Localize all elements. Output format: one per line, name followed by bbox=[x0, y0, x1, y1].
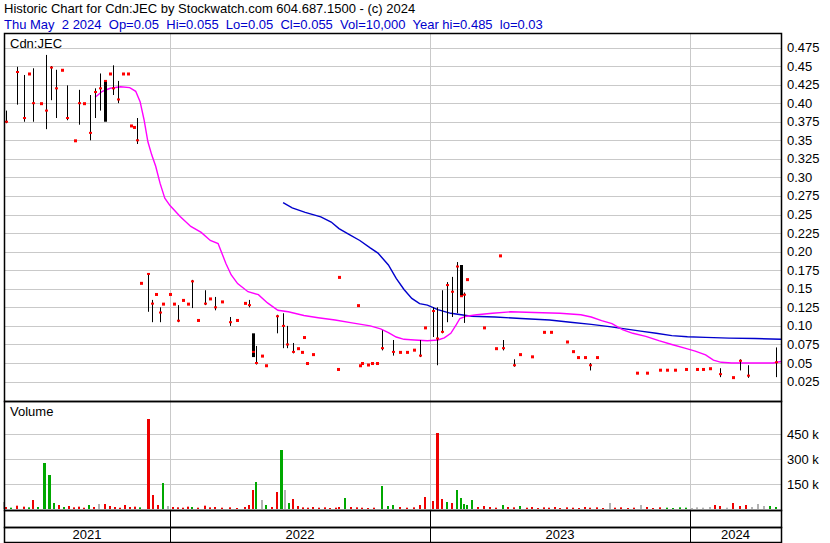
volume-bar bbox=[134, 507, 136, 509]
close-dot bbox=[155, 293, 158, 296]
volume-bar bbox=[483, 506, 485, 509]
volume-bar bbox=[302, 507, 304, 509]
volume-bar bbox=[495, 508, 497, 509]
close-tick bbox=[463, 294, 466, 296]
close-dot bbox=[659, 369, 662, 372]
volume-bar bbox=[5, 507, 7, 509]
close-tick bbox=[16, 71, 19, 73]
volume-bar bbox=[197, 508, 199, 509]
price-axis-label: 0.375 bbox=[787, 114, 820, 129]
volume-bar bbox=[147, 419, 150, 509]
close-dot bbox=[297, 347, 300, 350]
volume-bar bbox=[83, 508, 85, 509]
volume-axis-label: 300 k bbox=[787, 452, 819, 467]
stockwatch-chart-window: Historic Chart for Cdn:JEC by Stockwatch… bbox=[0, 0, 830, 543]
volume-bar bbox=[177, 507, 179, 509]
volume-bar bbox=[614, 508, 616, 509]
volume-bar bbox=[367, 508, 369, 509]
volume-bar bbox=[307, 508, 309, 509]
close-tick bbox=[292, 351, 295, 353]
close-dot bbox=[133, 126, 136, 129]
volume-bar bbox=[696, 507, 698, 509]
volume-bar bbox=[32, 500, 34, 509]
close-dot bbox=[169, 293, 172, 296]
volume-bar bbox=[244, 507, 246, 509]
price-axis-label: 0.30 bbox=[787, 170, 812, 185]
stock-chart-svg: 0.4750.450.4250.400.3750.350.3250.300.27… bbox=[0, 0, 830, 543]
year-label: 2021 bbox=[73, 527, 102, 542]
volume-bar bbox=[745, 505, 747, 509]
close-dot bbox=[674, 369, 677, 372]
volume-bar bbox=[373, 508, 375, 509]
volume-bar bbox=[204, 506, 206, 509]
volume-bar bbox=[236, 508, 238, 509]
volume-bar bbox=[265, 505, 267, 509]
volume-bar bbox=[441, 499, 443, 509]
close-dot bbox=[466, 278, 469, 281]
price-axis-label: 0.325 bbox=[787, 151, 820, 166]
close-tick bbox=[419, 355, 422, 357]
close-tick bbox=[775, 361, 778, 363]
close-tick bbox=[32, 102, 35, 104]
volume-bar bbox=[229, 507, 231, 509]
close-tick bbox=[589, 364, 592, 366]
volume-bar bbox=[679, 507, 681, 509]
close-tick bbox=[151, 303, 154, 305]
close-tick bbox=[719, 373, 722, 375]
tick-strip-border bbox=[5, 511, 782, 528]
volume-bar bbox=[519, 506, 521, 509]
close-dot bbox=[406, 351, 409, 354]
close-tick bbox=[446, 284, 449, 286]
volume-bar bbox=[124, 505, 126, 509]
volume-bar bbox=[589, 508, 591, 509]
price-axis-label: 0.425 bbox=[787, 77, 820, 92]
close-dot bbox=[261, 355, 264, 358]
volume-bar bbox=[139, 507, 141, 509]
close-dot bbox=[83, 102, 86, 105]
close-dot bbox=[572, 350, 575, 353]
volume-bar bbox=[726, 508, 728, 509]
volume-bar bbox=[23, 507, 25, 509]
close-tick bbox=[451, 291, 454, 293]
close-tick bbox=[99, 87, 102, 89]
volume-bar bbox=[98, 504, 100, 509]
volume-bar bbox=[399, 507, 401, 509]
close-dot bbox=[495, 347, 498, 350]
volume-bar bbox=[526, 508, 528, 509]
volume-bar bbox=[477, 507, 479, 509]
volume-bar bbox=[63, 507, 65, 509]
close-tick bbox=[45, 110, 48, 112]
volume-bar bbox=[356, 507, 358, 509]
close-tick bbox=[432, 310, 435, 312]
price-axis-label: 0.225 bbox=[787, 226, 820, 241]
volume-bar bbox=[10, 508, 12, 509]
close-tick bbox=[55, 87, 58, 89]
volume-bar bbox=[214, 507, 216, 509]
volume-bar bbox=[361, 508, 363, 509]
close-dot bbox=[312, 353, 315, 356]
close-tick bbox=[117, 98, 120, 100]
volume-bar bbox=[507, 507, 509, 509]
volume-bar bbox=[129, 507, 131, 509]
close-dot bbox=[357, 304, 360, 307]
close-tick bbox=[136, 139, 139, 141]
volume-bar bbox=[37, 507, 39, 509]
close-dot bbox=[244, 302, 247, 305]
price-axis-label: 0.025 bbox=[787, 374, 820, 389]
price-axis-label: 0.475 bbox=[787, 40, 820, 55]
price-axis-label: 0.25 bbox=[787, 207, 812, 222]
close-dot bbox=[122, 72, 125, 75]
close-tick bbox=[276, 315, 279, 317]
volume-bar bbox=[559, 508, 561, 509]
volume-bar bbox=[413, 507, 415, 509]
volume-bar bbox=[53, 503, 55, 509]
close-tick bbox=[248, 304, 251, 306]
volume-bar bbox=[167, 506, 169, 509]
symbol-label: Cdn:JEC bbox=[10, 36, 62, 51]
volume-bar bbox=[554, 507, 556, 509]
price-axis-label: 0.075 bbox=[787, 337, 820, 352]
volume-bar bbox=[276, 492, 278, 509]
close-tick bbox=[282, 325, 285, 327]
volume-bar bbox=[436, 433, 439, 509]
close-tick bbox=[78, 102, 81, 104]
